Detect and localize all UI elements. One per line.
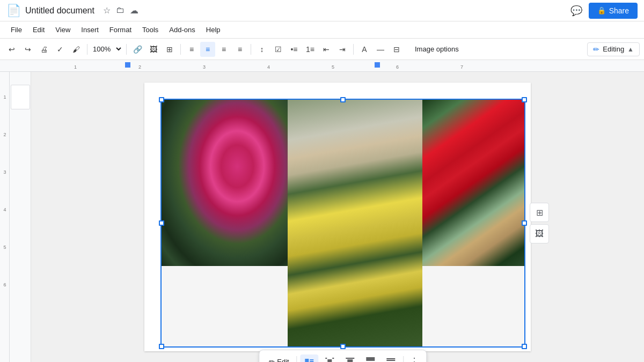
align-left-button[interactable]: ≡	[184, 42, 199, 57]
layout-above-button[interactable]	[362, 354, 380, 362]
svg-rect-16	[305, 359, 309, 362]
share-label: Share	[609, 6, 629, 15]
menu-file[interactable]: File	[6, 24, 26, 36]
svg-text:3: 3	[203, 64, 206, 70]
cell-empty-bottom-right	[422, 266, 524, 346]
title-icons: ☆ 🗀 ☁	[103, 5, 138, 16]
toolbar-separator-3	[180, 44, 181, 55]
svg-text:2: 2	[3, 132, 6, 137]
checklist-button[interactable]: ☑	[270, 42, 286, 57]
share-button[interactable]: 🔒 Share	[589, 3, 638, 19]
svg-rect-8	[125, 62, 130, 68]
undo-button[interactable]: ↩	[4, 42, 19, 57]
toolbar-separator-5	[353, 44, 354, 55]
menu-addons[interactable]: Add-ons	[165, 24, 199, 36]
main-area: 1 2 3 4 5 6	[0, 72, 644, 362]
decrease-indent-button[interactable]: ⇤	[319, 42, 334, 57]
image-collage[interactable]: ⊞ 🖼 ✏ Edit	[160, 99, 525, 348]
comments-button[interactable]: 💬	[570, 5, 582, 17]
edit-button[interactable]: ✏ Edit	[265, 356, 293, 363]
editing-mode-button[interactable]: ✏ Editing ▲	[587, 42, 640, 56]
edit-label: Edit	[277, 358, 289, 363]
canvas-area: ⊞ 🖼 ✏ Edit	[31, 72, 644, 362]
align-center-button[interactable]: ≡	[200, 42, 215, 57]
svg-text:2: 2	[138, 64, 141, 70]
vertical-ruler: 1 2 3 4 5 6	[0, 72, 10, 362]
page-thumbnail[interactable]	[11, 85, 30, 109]
editing-label: Editing	[603, 45, 624, 53]
edit-pencil-icon: ✏	[269, 358, 275, 363]
increase-indent-button[interactable]: ⇥	[335, 42, 350, 57]
numbered-list-button[interactable]: 1≡	[303, 42, 318, 57]
left-sidebar: 1 2 3 4 5 6	[0, 72, 31, 362]
layout-separate-button[interactable]	[341, 354, 360, 362]
image-options-button[interactable]: Image options	[409, 43, 464, 55]
lock-icon: 🔒	[597, 6, 606, 14]
document-page: ⊞ 🖼 ✏ Edit	[144, 83, 531, 351]
print-button[interactable]: 🖨	[36, 42, 52, 57]
handle-middle-right[interactable]	[522, 220, 527, 226]
column-button[interactable]: ⊟	[389, 42, 404, 57]
chevron-up-icon: ▲	[627, 46, 634, 53]
svg-text:1: 1	[3, 94, 6, 100]
svg-rect-25	[348, 359, 353, 362]
line-button[interactable]: —	[373, 42, 388, 57]
handle-middle-left[interactable]	[159, 220, 164, 226]
layout-inline-button[interactable]	[301, 354, 319, 362]
image-button[interactable]: 🖼	[146, 42, 161, 57]
more-options-button[interactable]: ⋮	[407, 353, 421, 362]
layout-wrap-button[interactable]	[321, 354, 339, 362]
toolbar-separator-2	[126, 44, 127, 55]
docs-icon: 📄	[6, 4, 21, 18]
svg-text:6: 6	[3, 282, 6, 287]
handle-bottom-center[interactable]	[340, 344, 346, 349]
align-right-button[interactable]: ≡	[216, 42, 231, 57]
toolbar-separator-1	[87, 44, 87, 55]
line-spacing-button[interactable]: ↕	[254, 42, 269, 57]
toolbar-separator-4	[251, 44, 251, 55]
ruler-svg: 1 2 3 4 5 6 7	[42, 60, 644, 72]
inline-icon	[305, 357, 314, 362]
bottom-separator-1	[297, 356, 297, 362]
paint-format-button[interactable]: 🖌	[69, 42, 84, 57]
menu-format[interactable]: Format	[105, 24, 136, 36]
bullet-list-button[interactable]: •≡	[287, 42, 302, 57]
justify-button[interactable]: ≡	[232, 42, 247, 57]
handle-top-right[interactable]	[522, 97, 527, 102]
title-bar: 📄 Untitled document ☆ 🗀 ☁ 💬 🔒 Share	[0, 0, 644, 21]
star-icon[interactable]: ☆	[103, 5, 111, 16]
side-actions: ⊞ 🖼	[530, 203, 549, 243]
svg-text:4: 4	[3, 207, 6, 212]
page-thumbnail-wrapper	[11, 83, 30, 109]
cloud-icon[interactable]: ☁	[130, 5, 138, 16]
replace-image-button[interactable]: 🖼	[530, 224, 549, 243]
menu-tools[interactable]: Tools	[138, 24, 163, 36]
collage-grid	[162, 100, 524, 346]
layout-below-button[interactable]	[382, 354, 400, 362]
photo-bougainvillea	[162, 100, 288, 266]
bottom-separator-2	[404, 356, 404, 362]
svg-text:1: 1	[74, 64, 77, 70]
handle-top-center[interactable]	[340, 97, 346, 102]
zoom-selector[interactable]: 100%	[91, 45, 123, 54]
document-title[interactable]: Untitled document	[25, 6, 94, 16]
folder-icon[interactable]: 🗀	[116, 5, 125, 16]
menu-insert[interactable]: Insert	[77, 24, 103, 36]
menu-view[interactable]: View	[51, 24, 75, 36]
handle-top-left[interactable]	[159, 97, 164, 102]
spellcheck-button[interactable]: ✓	[53, 42, 68, 57]
menu-edit[interactable]: Edit	[28, 24, 49, 36]
above-icon	[366, 357, 376, 362]
table-button[interactable]: ⊞	[162, 42, 177, 57]
handle-bottom-right[interactable]	[522, 344, 527, 349]
svg-rect-28	[367, 357, 375, 361]
redo-button[interactable]: ↪	[20, 42, 35, 57]
menu-help[interactable]: Help	[202, 24, 225, 36]
svg-rect-9	[375, 62, 380, 68]
add-layout-button[interactable]: ⊞	[530, 203, 549, 222]
handle-bottom-left[interactable]	[159, 344, 164, 349]
highlight-button[interactable]: A	[357, 42, 372, 57]
menu-bar: File Edit View Insert Format Tools Add-o…	[0, 21, 644, 39]
link-button[interactable]: 🔗	[130, 42, 145, 57]
toolbar: ↩ ↪ 🖨 ✓ 🖌 100% 🔗 🖼 ⊞ ≡ ≡ ≡ ≡ ↕ ☑ •≡ 1≡ ⇤…	[0, 39, 644, 60]
